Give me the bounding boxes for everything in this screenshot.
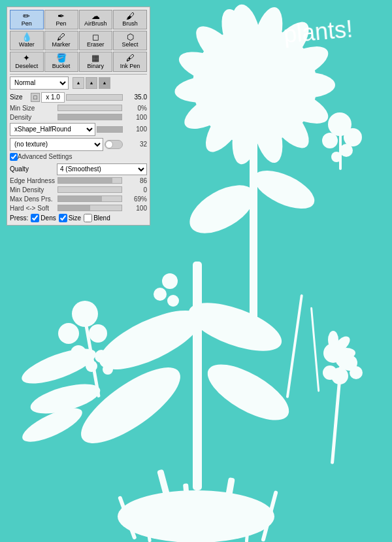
texture-value: 32 (124, 141, 147, 148)
inkpen-tool[interactable]: 🖋 Ink Pen (113, 52, 147, 71)
min-size-row: Min Size 0% (10, 105, 147, 112)
density-slider[interactable] (57, 114, 122, 120)
pen-tool-2[interactable]: ✒ Pen (44, 10, 78, 29)
svg-point-31 (199, 354, 297, 431)
svg-point-37 (58, 323, 79, 344)
pen-icon: ✏ (23, 12, 30, 21)
deselect-tool[interactable]: ✦ Deselect (10, 52, 44, 71)
edge-hardness-slider[interactable] (57, 177, 122, 184)
quality-row: Qualty 4 (Smoothest) 3 2 1 (Fastest) (10, 163, 147, 175)
size-multiplier-input[interactable] (41, 92, 65, 103)
shape-row: xShape_HalfRound 100 (10, 123, 147, 136)
tool-grid-row1: ✏ Pen ✒ Pen ☁ AirBrush 🖌 Brush (10, 10, 147, 29)
select-tool[interactable]: ⬡ Select (113, 31, 147, 50)
min-density-label: Min Density (10, 186, 56, 194)
edge-hardness-row: Edge Hardness 86 (10, 177, 147, 184)
select-icon: ⬡ (127, 33, 134, 42)
binary-tool[interactable]: ▦ Binary (79, 52, 113, 71)
texture-toggle[interactable] (105, 140, 123, 149)
advanced-settings-row: Advanced Settings (10, 153, 147, 161)
svg-point-63 (162, 273, 178, 289)
min-density-slider[interactable] (57, 186, 122, 193)
press-blend-label: Blend (93, 214, 110, 222)
press-row: Press: Dens Size Blend (10, 214, 147, 222)
press-size-checkbox[interactable] (59, 214, 67, 222)
texture-toggle-knob (105, 141, 113, 148)
press-dens-checkbox[interactable] (31, 214, 39, 222)
press-dens-item: Dens (31, 214, 56, 222)
pen2-icon: ✒ (57, 12, 65, 21)
hard-soft-fill (58, 205, 90, 211)
svg-rect-27 (193, 262, 202, 490)
tool-panel: ✏ Pen ✒ Pen ☁ AirBrush 🖌 Brush 💧 Water 🖊… (7, 7, 150, 226)
size-value: 35.0 (124, 93, 147, 101)
binary-icon: ▦ (91, 54, 99, 63)
shape-select[interactable]: xShape_HalfRound (10, 123, 95, 136)
size-lock-button[interactable]: □ (31, 93, 40, 102)
bucket-tool[interactable]: 🪣 Bucket (44, 52, 78, 71)
press-label: Press: (10, 214, 28, 222)
min-size-value: 0% (124, 105, 147, 112)
blend-mode-select[interactable]: Normal Multiply Screen Overlay (10, 76, 69, 90)
svg-point-21 (344, 128, 362, 146)
svg-point-60 (103, 364, 113, 375)
deselect-icon: ✦ (23, 54, 30, 63)
press-blend-checkbox[interactable] (84, 214, 92, 222)
press-size-item: Size (59, 214, 81, 222)
water-icon: 💧 (22, 33, 32, 42)
brush-icon: 🖌 (126, 12, 135, 21)
shape-slider[interactable] (97, 126, 123, 133)
density-row: Density 100 (10, 114, 147, 121)
marker-tool[interactable]: 🖊 Marker (44, 31, 78, 50)
hard-soft-value: 100 (124, 205, 147, 212)
hard-soft-slider[interactable] (57, 205, 122, 211)
quality-select[interactable]: 4 (Smoothest) 3 2 1 (Fastest) (57, 163, 147, 175)
density-label: Density (10, 114, 56, 121)
brush-tool[interactable]: 🖌 Brush (113, 10, 147, 29)
min-density-value: 0 (124, 186, 147, 194)
texture-select[interactable]: (no texture) (10, 138, 103, 151)
svg-point-32 (118, 490, 274, 542)
blend-icon-2[interactable]: ▲ (86, 77, 97, 89)
max-dens-prs-fill (58, 196, 102, 201)
svg-rect-61 (286, 294, 303, 398)
blend-mode-icons: ▲ ▲ ▲ (73, 77, 110, 89)
quality-label: Qualty (10, 165, 56, 173)
pen-tool-1[interactable]: ✏ Pen (10, 10, 44, 29)
svg-point-22 (322, 133, 338, 148)
bucket-icon: 🪣 (56, 54, 67, 63)
size-slider[interactable] (66, 94, 123, 101)
max-dens-prs-slider[interactable] (57, 195, 122, 202)
svg-rect-62 (310, 307, 319, 392)
advanced-settings-checkbox[interactable] (10, 153, 18, 161)
tool-grid-row2: 💧 Water 🖊 Marker ◻ Eraser ⬡ Select (10, 31, 147, 50)
press-size-label: Size (69, 214, 81, 222)
min-density-row: Min Density 0 (10, 186, 147, 194)
svg-point-38 (89, 324, 107, 343)
size-label: Size (10, 93, 29, 101)
water-tool[interactable]: 💧 Water (10, 31, 44, 50)
density-fill (58, 114, 122, 120)
inkpen-icon: 🖋 (126, 54, 135, 63)
press-dens-label: Dens (41, 214, 56, 222)
svg-rect-66 (253, 127, 259, 141)
blend-mode-row: Normal Multiply Screen Overlay ▲ ▲ ▲ (10, 76, 147, 90)
min-size-slider[interactable] (57, 105, 122, 111)
blend-icon-1[interactable]: ▲ (73, 77, 84, 89)
svg-point-48 (323, 365, 337, 380)
marker-icon: 🖊 (57, 33, 65, 42)
blend-icon-3[interactable]: ▲ (99, 77, 110, 89)
max-dens-prs-row: Max Dens Prs. 69% (10, 195, 147, 203)
min-size-label: Min Size (10, 105, 56, 112)
shape-value: 100 (124, 126, 147, 133)
svg-point-65 (167, 295, 179, 307)
eraser-tool[interactable]: ◻ Eraser (79, 31, 113, 50)
svg-point-59 (86, 360, 97, 372)
svg-rect-25 (339, 131, 342, 170)
hard-soft-label: Hard <-> Soft (10, 205, 56, 212)
edge-hardness-value: 86 (124, 177, 147, 184)
airbrush-tool[interactable]: ☁ AirBrush (79, 10, 113, 29)
svg-point-64 (154, 288, 167, 301)
svg-point-19 (248, 163, 319, 216)
divider-1 (10, 74, 147, 75)
